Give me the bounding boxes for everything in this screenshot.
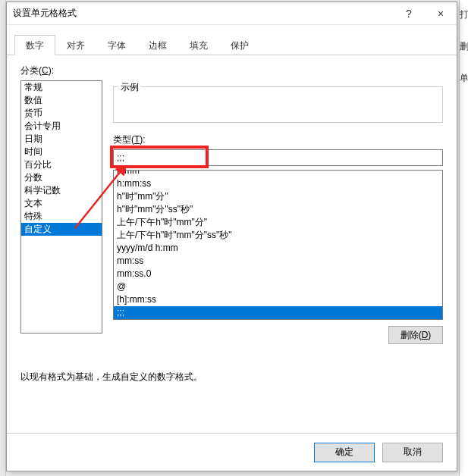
- dialog-title: 设置单元格格式: [13, 7, 393, 20]
- type-label: 类型(T):: [113, 133, 443, 146]
- category-item[interactable]: 数值: [21, 94, 102, 107]
- bg-text: 单: [460, 71, 468, 85]
- format-cells-dialog: 设置单元格格式 ? × 数字 对齐 字体 边框 填充 保护 分类(C): 常规 …: [6, 2, 457, 471]
- format-item[interactable]: mm:ss: [114, 255, 442, 268]
- category-item[interactable]: 日期: [21, 133, 102, 146]
- type-input[interactable]: [113, 149, 443, 166]
- delete-button[interactable]: 删除(D): [388, 326, 443, 344]
- category-item[interactable]: 百分比: [21, 158, 102, 171]
- format-item[interactable]: h:mm:ss: [114, 177, 442, 190]
- format-item[interactable]: ;;;: [114, 306, 442, 319]
- format-item[interactable]: h"时"mm"分": [114, 190, 442, 203]
- format-item[interactable]: h"时"mm"分"ss"秒": [114, 203, 442, 216]
- tab-protection[interactable]: 保护: [219, 35, 260, 55]
- category-label: 分类(C):: [20, 64, 443, 77]
- tabbar: 数字 对齐 字体 边框 填充 保护: [7, 34, 457, 55]
- close-button[interactable]: ×: [425, 2, 457, 25]
- cancel-button[interactable]: 取消: [382, 443, 443, 462]
- format-item[interactable]: @: [114, 280, 442, 293]
- category-item[interactable]: 特殊: [21, 210, 102, 223]
- format-item[interactable]: [h]:mm:ss: [114, 293, 442, 306]
- category-item[interactable]: 时间: [21, 146, 102, 158]
- tab-border[interactable]: 边框: [137, 35, 178, 55]
- category-item[interactable]: 科学记数: [21, 184, 102, 197]
- ok-button[interactable]: 确定: [314, 443, 375, 462]
- tab-font[interactable]: 字体: [96, 35, 137, 55]
- dialog-footer: 确定 取消: [7, 433, 457, 471]
- format-item[interactable]: h:mm: [114, 170, 442, 177]
- category-item[interactable]: 会计专用: [21, 120, 102, 133]
- right-panel: 示例 类型(T): h:mm h:mm:ss h"时"mm"分" h"时"mm"…: [113, 80, 443, 349]
- format-item[interactable]: yyyy/m/d h:mm: [114, 242, 442, 255]
- sample-group: 示例: [113, 86, 443, 123]
- help-button[interactable]: ?: [393, 2, 425, 25]
- bg-text: 删: [460, 39, 468, 53]
- category-item[interactable]: 货币: [21, 107, 102, 120]
- bg-text: 打: [460, 8, 468, 21]
- category-item[interactable]: 常规: [21, 81, 102, 94]
- format-list[interactable]: h:mm h:mm:ss h"时"mm"分" h"时"mm"分"ss"秒" 上午…: [113, 170, 443, 320]
- tab-fill[interactable]: 填充: [178, 35, 219, 55]
- category-item[interactable]: 文本: [21, 197, 102, 210]
- content-area: 分类(C): 常规 数值 货币 会计专用 日期 时间 百分比 分数 科学记数 文…: [7, 55, 457, 433]
- category-list[interactable]: 常规 数值 货币 会计专用 日期 时间 百分比 分数 科学记数 文本 特殊 自定…: [20, 80, 102, 334]
- category-item[interactable]: 分数: [21, 171, 102, 184]
- category-item[interactable]: 自定义: [21, 223, 102, 236]
- titlebar: 设置单元格格式 ? ×: [7, 2, 457, 25]
- tab-alignment[interactable]: 对齐: [55, 35, 96, 55]
- format-item[interactable]: mm:ss.0: [114, 268, 442, 280]
- format-item[interactable]: 上午/下午h"时"mm"分": [114, 216, 442, 229]
- tab-number[interactable]: 数字: [14, 35, 55, 55]
- hint-text: 以现有格式为基础，生成自定义的数字格式。: [20, 371, 443, 384]
- sample-label: 示例: [118, 81, 141, 94]
- format-item[interactable]: 上午/下午h"时"mm"分"ss"秒": [114, 229, 442, 242]
